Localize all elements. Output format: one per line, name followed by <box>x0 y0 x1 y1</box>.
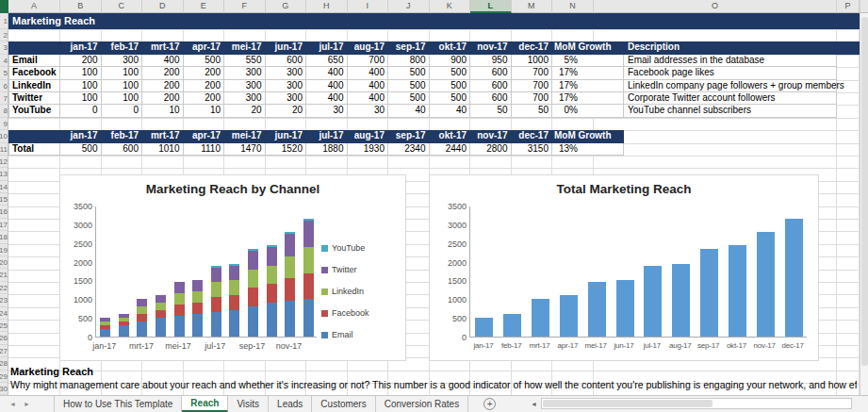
month-header-cell[interactable]: feb-17 <box>102 130 143 142</box>
total-value-cell[interactable]: 1520 <box>266 143 307 156</box>
mom-value-cell[interactable]: 0% <box>552 105 624 117</box>
total-value-cell[interactable]: 3150 <box>512 143 553 156</box>
total-value-cell[interactable]: 1930 <box>348 143 389 156</box>
row-header-9[interactable]: 9 <box>0 118 8 130</box>
value-cell[interactable]: 800 <box>388 55 430 67</box>
month-header-cell[interactable]: feb-17 <box>102 41 143 54</box>
sheet-tab-customers[interactable]: Customers <box>312 396 375 412</box>
note-title-cell[interactable]: Marketing Reach <box>10 366 93 377</box>
horizontal-scrollbar-track[interactable] <box>541 398 852 409</box>
value-cell[interactable]: 500 <box>430 80 471 92</box>
month-header-cell[interactable]: jan-17 <box>60 41 102 54</box>
column-header-A[interactable]: A <box>8 0 60 13</box>
worksheet[interactable]: 1234567891011121314151617181920212223242… <box>0 13 860 395</box>
value-cell[interactable]: 400 <box>306 67 348 79</box>
value-cell[interactable]: 400 <box>306 80 348 92</box>
value-cell[interactable]: 200 <box>184 92 225 105</box>
value-cell[interactable]: 600 <box>470 80 512 92</box>
month-header-cell[interactable]: dec-17 <box>512 41 553 54</box>
row-header-25[interactable]: 25 <box>0 320 8 332</box>
month-header-cell[interactable]: jan-17 <box>60 130 102 142</box>
value-cell[interactable]: 200 <box>142 80 184 92</box>
sheet-tab-how-to-use-this-template[interactable]: How to Use This Template <box>54 396 182 412</box>
row-header-15[interactable]: 15 <box>0 193 8 206</box>
column-header-N[interactable]: N <box>552 0 594 13</box>
month-header-cell[interactable]: aug-17 <box>348 130 389 142</box>
total-value-cell[interactable]: 2340 <box>388 143 430 156</box>
month-header-cell[interactable]: sep-17 <box>388 130 430 142</box>
row-header-12[interactable]: 12 <box>0 156 8 168</box>
month-header-cell[interactable]: sep-17 <box>388 41 430 54</box>
column-header-M[interactable]: M <box>512 0 553 13</box>
value-cell[interactable]: 50 <box>470 105 512 117</box>
month-header-cell[interactable]: apr-17 <box>184 130 225 142</box>
channel-label-cell[interactable]: LinkedIn <box>8 80 60 92</box>
value-cell[interactable]: 950 <box>470 55 512 67</box>
value-cell[interactable]: 500 <box>388 67 430 79</box>
value-cell[interactable]: 100 <box>60 92 102 105</box>
mom-growth-header-cell[interactable]: MoM Growth <box>552 130 624 142</box>
value-cell[interactable]: 500 <box>430 92 471 105</box>
value-cell[interactable]: 100 <box>102 80 143 92</box>
add-sheet-button[interactable]: + <box>483 398 496 410</box>
channel-label-cell[interactable]: YouTube <box>8 105 60 117</box>
value-cell[interactable]: 200 <box>142 92 184 105</box>
total-value-cell[interactable]: 1470 <box>224 143 266 156</box>
corner-cell[interactable] <box>8 41 60 54</box>
value-cell[interactable]: 500 <box>430 67 471 79</box>
description-cell[interactable]: YouTube channel subscribers <box>624 105 837 117</box>
description-header-cell[interactable]: Description <box>624 41 837 54</box>
row-header-22[interactable]: 22 <box>0 282 8 294</box>
row-header-20[interactable]: 20 <box>0 256 8 269</box>
month-header-cell[interactable]: mei-17 <box>224 41 266 54</box>
column-header-B[interactable]: B <box>60 0 102 13</box>
total-value-cell[interactable]: 600 <box>102 143 143 156</box>
row-header-18[interactable]: 18 <box>0 231 8 243</box>
value-cell[interactable]: 200 <box>142 67 184 79</box>
month-header-cell[interactable]: jun-17 <box>266 130 307 142</box>
total-label-cell[interactable]: Total <box>8 143 60 156</box>
mom-growth-header-cell[interactable]: MoM Growth <box>552 41 624 54</box>
month-header-cell[interactable]: okt-17 <box>430 130 471 142</box>
total-value-cell[interactable]: 500 <box>60 143 102 156</box>
row-header-7[interactable]: 7 <box>0 92 8 105</box>
value-cell[interactable]: 700 <box>512 92 553 105</box>
column-header-I[interactable]: I <box>348 0 389 13</box>
mom-value-cell[interactable]: 5% <box>552 55 624 67</box>
row-header-17[interactable]: 17 <box>0 219 8 231</box>
column-header-G[interactable]: G <box>266 0 307 13</box>
value-cell[interactable]: 0 <box>102 105 143 117</box>
row-header-28[interactable]: 28 <box>0 357 8 370</box>
column-header-J[interactable]: J <box>388 0 430 13</box>
month-header-cell[interactable]: okt-17 <box>430 41 471 54</box>
total-mom-cell[interactable]: 13% <box>552 143 624 156</box>
channel-label-cell[interactable]: Email <box>8 55 60 67</box>
month-header-cell[interactable]: dec-17 <box>512 130 553 142</box>
value-cell[interactable]: 300 <box>266 92 307 105</box>
column-header-K[interactable]: K <box>430 0 471 13</box>
month-header-cell[interactable]: apr-17 <box>184 41 225 54</box>
value-cell[interactable]: 0 <box>60 105 102 117</box>
corner-cell[interactable] <box>8 130 60 142</box>
column-header-L[interactable]: L <box>470 0 512 13</box>
value-cell[interactable]: 300 <box>266 80 307 92</box>
value-cell[interactable]: 100 <box>102 92 143 105</box>
month-header-cell[interactable]: nov-17 <box>470 41 512 54</box>
sheet-tab-reach[interactable]: Reach <box>182 396 228 412</box>
sheet-tab-leads[interactable]: Leads <box>269 396 312 412</box>
value-cell[interactable]: 700 <box>348 55 389 67</box>
row-header-14[interactable]: 14 <box>0 181 8 193</box>
channel-label-cell[interactable]: Facebook <box>8 67 60 79</box>
value-cell[interactable]: 400 <box>348 92 389 105</box>
value-cell[interactable]: 500 <box>388 80 430 92</box>
value-cell[interactable]: 300 <box>224 67 266 79</box>
month-header-cell[interactable]: jul-17 <box>306 41 348 54</box>
column-header-H[interactable]: H <box>306 0 348 13</box>
row-header-6[interactable]: 6 <box>0 80 8 92</box>
row-header-1[interactable]: 1 <box>0 13 8 29</box>
month-header-cell[interactable]: mei-17 <box>224 130 266 142</box>
vertical-scrollbar-thumb[interactable] <box>861 17 868 366</box>
value-cell[interactable]: 200 <box>184 67 225 79</box>
channel-label-cell[interactable]: Twitter <box>8 92 60 105</box>
month-header-cell[interactable]: mrt-17 <box>142 41 184 54</box>
